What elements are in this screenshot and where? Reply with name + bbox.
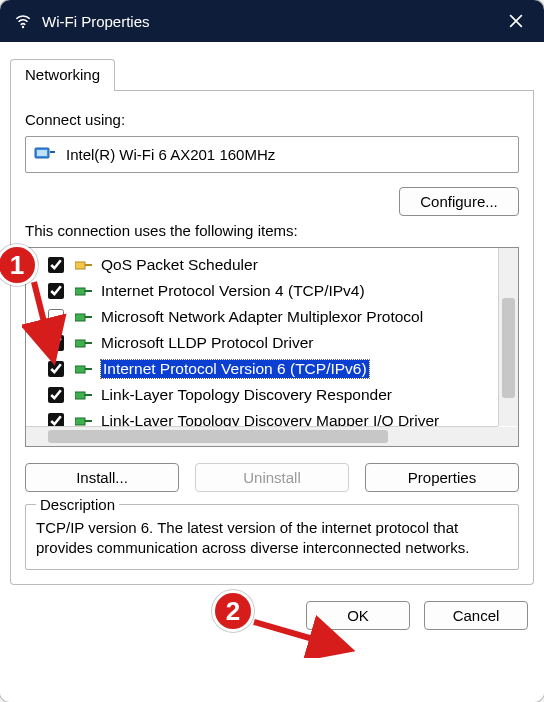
svg-rect-13 bbox=[85, 368, 92, 370]
wifi-icon bbox=[14, 12, 32, 30]
protocol-icon bbox=[75, 336, 93, 350]
description-text: TCP/IP version 6. The latest version of … bbox=[36, 518, 508, 559]
annotation-badge-2: 2 bbox=[212, 590, 254, 632]
tabstrip: Networking bbox=[10, 58, 534, 91]
service-icon bbox=[75, 258, 93, 272]
svg-rect-10 bbox=[75, 340, 85, 347]
svg-rect-5 bbox=[85, 264, 92, 266]
list-item[interactable]: QoS Packet Scheduler bbox=[26, 252, 518, 278]
uninstall-button: Uninstall bbox=[195, 463, 349, 492]
cancel-button[interactable]: Cancel bbox=[424, 601, 528, 630]
ok-button[interactable]: OK bbox=[306, 601, 410, 630]
description-group: Description TCP/IP version 6. The latest… bbox=[25, 504, 519, 570]
item-label: Link-Layer Topology Discovery Responder bbox=[101, 386, 392, 404]
svg-rect-12 bbox=[75, 366, 85, 373]
horizontal-scrollbar[interactable] bbox=[26, 426, 498, 446]
connect-using-label: Connect using: bbox=[25, 111, 519, 128]
svg-rect-7 bbox=[85, 290, 92, 292]
list-item[interactable]: Microsoft LLDP Protocol Driver bbox=[26, 330, 518, 356]
svg-point-0 bbox=[22, 26, 24, 28]
item-checkbox[interactable] bbox=[48, 335, 64, 351]
dialog-footer: OK Cancel bbox=[10, 601, 534, 630]
svg-rect-17 bbox=[85, 420, 92, 422]
vertical-scrollbar[interactable] bbox=[498, 248, 518, 426]
svg-rect-8 bbox=[75, 314, 85, 321]
item-checkbox[interactable] bbox=[48, 283, 64, 299]
properties-button[interactable]: Properties bbox=[365, 463, 519, 492]
close-icon bbox=[509, 14, 523, 28]
svg-rect-16 bbox=[75, 418, 85, 425]
svg-rect-2 bbox=[37, 150, 47, 156]
tab-networking[interactable]: Networking bbox=[10, 59, 115, 91]
install-button[interactable]: Install... bbox=[25, 463, 179, 492]
window-title: Wi-Fi Properties bbox=[42, 13, 496, 30]
item-label: Internet Protocol Version 4 (TCP/IPv4) bbox=[101, 282, 365, 300]
item-checkbox[interactable] bbox=[48, 309, 64, 325]
item-label: Internet Protocol Version 6 (TCP/IPv6) bbox=[101, 360, 369, 378]
list-item[interactable]: Internet Protocol Version 4 (TCP/IPv4) bbox=[26, 278, 518, 304]
svg-rect-14 bbox=[75, 392, 85, 399]
list-item[interactable]: Link-Layer Topology Discovery Responder bbox=[26, 382, 518, 408]
adapter-field[interactable]: Intel(R) Wi-Fi 6 AX201 160MHz bbox=[25, 136, 519, 173]
svg-rect-4 bbox=[75, 262, 85, 269]
item-label: Microsoft LLDP Protocol Driver bbox=[101, 334, 313, 352]
protocol-icon bbox=[75, 284, 93, 298]
scrollbar-thumb[interactable] bbox=[502, 298, 515, 398]
items-label: This connection uses the following items… bbox=[25, 222, 519, 239]
item-label: Microsoft Network Adapter Multiplexor Pr… bbox=[101, 308, 423, 326]
adapter-icon bbox=[34, 145, 56, 164]
item-label: QoS Packet Scheduler bbox=[101, 256, 258, 274]
networking-panel: Connect using: Intel(R) Wi-Fi 6 AX201 16… bbox=[10, 91, 534, 585]
svg-rect-15 bbox=[85, 394, 92, 396]
svg-rect-3 bbox=[50, 151, 55, 153]
client-area: Networking Connect using: Intel(R) Wi-Fi… bbox=[0, 42, 544, 702]
protocol-icon bbox=[75, 362, 93, 376]
protocol-icon bbox=[75, 388, 93, 402]
titlebar: Wi-Fi Properties bbox=[0, 0, 544, 42]
adapter-name: Intel(R) Wi-Fi 6 AX201 160MHz bbox=[66, 146, 275, 163]
item-checkbox[interactable] bbox=[48, 361, 64, 377]
list-item[interactable]: Microsoft Network Adapter Multiplexor Pr… bbox=[26, 304, 518, 330]
wifi-properties-window: Wi-Fi Properties Networking Connect usin… bbox=[0, 0, 544, 702]
item-checkbox[interactable] bbox=[48, 257, 64, 273]
svg-rect-6 bbox=[75, 288, 85, 295]
description-legend: Description bbox=[36, 496, 119, 513]
protocol-icon bbox=[75, 310, 93, 324]
network-items-list[interactable]: QoS Packet SchedulerInternet Protocol Ve… bbox=[25, 247, 519, 447]
scrollbar-corner bbox=[498, 427, 518, 447]
svg-rect-9 bbox=[85, 316, 92, 318]
configure-button[interactable]: Configure... bbox=[399, 187, 519, 216]
list-item[interactable]: Internet Protocol Version 6 (TCP/IPv6) bbox=[26, 356, 518, 382]
scrollbar-thumb[interactable] bbox=[48, 430, 388, 443]
svg-rect-11 bbox=[85, 342, 92, 344]
item-checkbox[interactable] bbox=[48, 387, 64, 403]
close-button[interactable] bbox=[496, 0, 536, 42]
